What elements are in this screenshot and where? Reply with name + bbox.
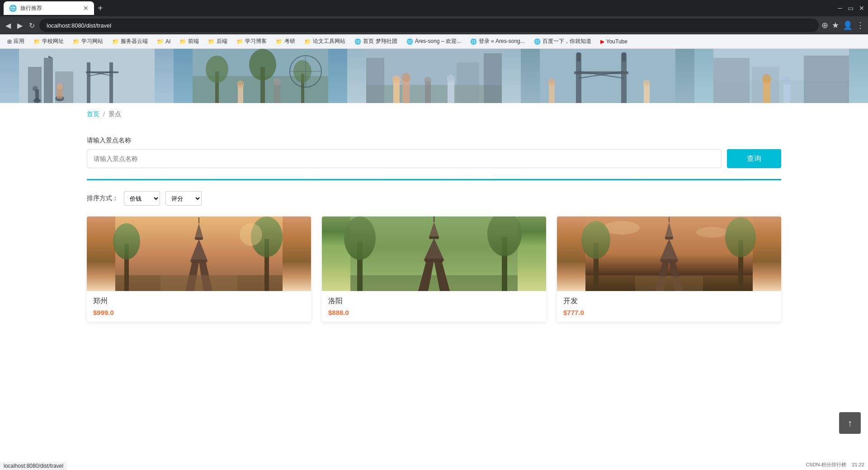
- svg-rect-108: [635, 276, 703, 291]
- minimize-button[interactable]: ─: [838, 5, 842, 12]
- folder-icon-7: 📁: [236, 38, 243, 45]
- card-price-1: $999.0: [93, 309, 305, 316]
- svg-point-83: [344, 216, 376, 260]
- svg-rect-5: [87, 62, 90, 103]
- folder-icon-3: 📁: [112, 38, 119, 45]
- bookmark-blog[interactable]: 📁 学习博客: [233, 36, 270, 47]
- address-input[interactable]: [39, 19, 819, 32]
- breadcrumb-section: 首页 / 景点: [0, 103, 868, 126]
- back-button[interactable]: ◀: [4, 19, 13, 32]
- travel-card-3[interactable]: 开发 $777.0: [557, 216, 781, 322]
- status-bar: localhost:8080/dist/travel: [0, 462, 67, 470]
- search-row: 查询: [87, 149, 781, 168]
- svg-point-64: [783, 76, 791, 85]
- site-icon-2: 🌐: [406, 38, 413, 45]
- bookmark-youtube[interactable]: ▶ YouTube: [597, 37, 631, 46]
- travel-card-2[interactable]: 洛阳 $888.0: [322, 216, 546, 322]
- active-tab[interactable]: 🌐 旅行推荐 ✕: [4, 1, 94, 15]
- svg-point-79: [240, 223, 262, 246]
- folder-icon-8: 📁: [276, 38, 283, 45]
- bookmark-home-label: 首页 梦翔社团: [363, 38, 397, 45]
- folder-icon-5: 📁: [179, 38, 186, 45]
- sort-by-rating-select[interactable]: 评分: [165, 191, 202, 206]
- svg-rect-6: [109, 62, 113, 103]
- svg-rect-41: [366, 58, 384, 103]
- svg-point-19: [206, 56, 228, 83]
- search-input[interactable]: [87, 149, 722, 168]
- breadcrumb-home-link[interactable]: 首页: [87, 110, 99, 118]
- svg-point-100: [725, 217, 756, 257]
- svg-point-34: [392, 75, 401, 84]
- window-controls: ─ ▭ ✕: [838, 5, 864, 12]
- card-image-3: [557, 216, 781, 291]
- svg-rect-89: [425, 258, 443, 262]
- page-content: 首页 / 景点 请输入景点名称 查询 排序方式： 价钱 评分: [0, 49, 868, 470]
- svg-rect-32: [366, 85, 502, 103]
- hero-segment-4: [521, 49, 694, 103]
- bookmark-youtube-label: YouTube: [606, 38, 627, 45]
- svg-point-36: [401, 73, 410, 82]
- address-bar-row: ◀ ▶ ↻ ⊕ ★ 👤 ⋮: [0, 16, 868, 34]
- bookmark-frontend[interactable]: 📁 前端: [176, 36, 203, 47]
- svg-rect-106: [665, 237, 673, 240]
- bookmark-exam[interactable]: 📁 考研: [272, 36, 299, 47]
- forward-button[interactable]: ▶: [15, 19, 24, 32]
- bookmark-baidu[interactable]: 🌐 百度一下，你就知道: [530, 36, 595, 47]
- bookmark-backend[interactable]: 📁 后端: [204, 36, 231, 47]
- svg-rect-91: [429, 236, 439, 239]
- bookmarks-bar: ⊞ 应用 📁 学校网址 📁 学习网站 📁 服务器云端 📁 AI 📁 前端 📁 后…: [0, 34, 868, 49]
- breadcrumb-current: 景点: [108, 110, 121, 118]
- bookmark-home[interactable]: 🌐 首页 梦翔社团: [351, 36, 401, 47]
- svg-point-28: [237, 80, 244, 88]
- apps-icon: ⊞: [7, 38, 12, 45]
- search-button[interactable]: 查询: [727, 149, 781, 168]
- bookmark-study[interactable]: 📁 学习网站: [69, 36, 107, 47]
- bookmark-server[interactable]: 📁 服务器云端: [108, 36, 151, 47]
- card-image-1: [87, 216, 311, 291]
- close-window-button[interactable]: ✕: [859, 5, 864, 12]
- menu-icon[interactable]: ⋮: [856, 20, 864, 30]
- svg-rect-78: [160, 275, 237, 291]
- card-name-1: 郑州: [93, 296, 305, 306]
- folder-icon: 📁: [33, 38, 40, 45]
- svg-point-55: [643, 80, 650, 87]
- svg-point-96: [696, 227, 728, 238]
- hero-segment-3: [347, 49, 521, 103]
- youtube-icon: ▶: [600, 38, 604, 45]
- card-info-1: 郑州 $999.0: [87, 291, 311, 322]
- bookmark-server-label: 服务器云端: [121, 38, 148, 45]
- bottom-right-info: CSDN-积分排行榜 21:22: [806, 461, 864, 468]
- reload-button[interactable]: ↻: [27, 19, 37, 32]
- svg-rect-1: [28, 67, 42, 103]
- bookmark-apps[interactable]: ⊞ 应用: [4, 36, 28, 47]
- site-icon-1: 🌐: [354, 38, 361, 45]
- folder-icon-9: 📁: [304, 38, 311, 45]
- bookmark-login[interactable]: 🌐 登录 « Ares-song...: [467, 36, 528, 47]
- bookmark-papers[interactable]: 📁 论文工具网站: [301, 36, 349, 47]
- bookmark-ares[interactable]: 🌐 Ares-song – 欢迎...: [403, 36, 465, 47]
- tab-close-button[interactable]: ✕: [83, 5, 89, 12]
- scroll-to-top-button[interactable]: ↑: [839, 412, 861, 434]
- new-tab-button[interactable]: +: [98, 3, 103, 14]
- maximize-button[interactable]: ▭: [848, 5, 854, 12]
- bookmark-school[interactable]: 📁 学校网址: [30, 36, 67, 47]
- svg-rect-81: [350, 275, 518, 291]
- svg-rect-58: [713, 58, 750, 103]
- breadcrumb-separator: /: [103, 111, 105, 118]
- bookmark-ai-label: AI: [165, 38, 170, 45]
- hero-segment-1: [0, 49, 174, 103]
- svg-point-68: [113, 223, 140, 259]
- travel-card-1[interactable]: 郑州 $999.0: [87, 216, 311, 322]
- bookmark-blog-label: 学习博客: [245, 38, 267, 45]
- svg-point-30: [273, 78, 281, 86]
- profile-icon[interactable]: 👤: [843, 20, 853, 30]
- bookmark-icon[interactable]: ★: [832, 20, 839, 30]
- extensions-icon[interactable]: ⊕: [821, 20, 828, 30]
- bookmark-ai[interactable]: 📁 AI: [153, 37, 174, 46]
- bookmark-frontend-label: 前端: [188, 38, 199, 45]
- site-icon-3: 🌐: [470, 38, 477, 45]
- svg-point-98: [581, 221, 610, 259]
- tab-bar: 🌐 旅行推荐 ✕ + ─ ▭ ✕: [0, 0, 868, 16]
- sort-by-price-select[interactable]: 价钱: [124, 191, 160, 206]
- bookmark-login-label: 登录 « Ares-song...: [479, 38, 525, 45]
